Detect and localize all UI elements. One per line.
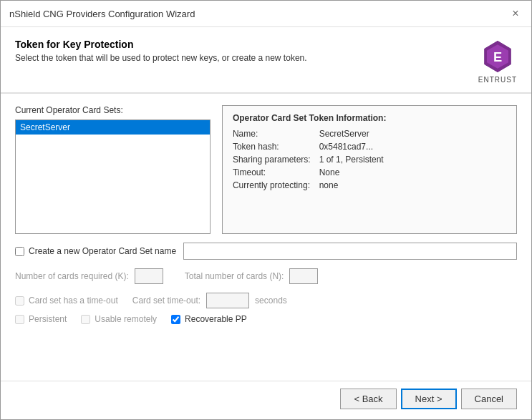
page-subtitle: Select the token that will be used to pr… — [15, 53, 307, 63]
n-item: Total number of cards (N): — [185, 268, 319, 284]
k-input[interactable] — [135, 268, 163, 284]
create-new-input[interactable] — [183, 243, 517, 260]
right-panel: Operator Card Set Token Information: Nam… — [222, 105, 517, 234]
info-value-name: SecretServer — [319, 129, 506, 139]
create-row: Create a new Operator Card Set name — [15, 243, 517, 260]
list-item[interactable]: SecretServer — [16, 120, 210, 135]
svg-text:E: E — [493, 49, 502, 64]
footer: < Back Next > Cancel — [1, 381, 531, 419]
checkbox-options-row: Persistent Usable remotely Recoverable P… — [15, 314, 517, 324]
usable-remotely-label: Usable remotely — [95, 314, 157, 324]
info-value-sharing: 1 of 1, Persistent — [319, 155, 506, 165]
n-label: Total number of cards (N): — [185, 271, 284, 281]
create-new-checkbox[interactable] — [15, 247, 24, 256]
info-label-name: Name: — [233, 129, 311, 139]
next-button[interactable]: Next > — [401, 389, 457, 409]
recoverable-pp-checkbox[interactable] — [171, 315, 180, 324]
recoverable-pp-item: Recoverable PP — [171, 314, 247, 324]
info-value-protecting: none — [319, 180, 506, 190]
info-label-timeout: Timeout: — [233, 167, 311, 177]
recoverable-pp-label: Recoverable PP — [185, 314, 247, 324]
listbox-label: Current Operator Card Sets: — [15, 105, 211, 115]
window-title: nShield CNG Providers Configuration Wiza… — [9, 9, 195, 19]
close-button[interactable]: × — [508, 6, 523, 21]
usable-remotely-checkbox[interactable] — [81, 315, 90, 324]
main-window: nShield CNG Providers Configuration Wiza… — [0, 0, 532, 420]
info-label-hash: Token hash: — [233, 142, 311, 152]
logo-label: ENTRUST — [478, 76, 517, 84]
k-label: Number of cards required (K): — [15, 271, 129, 281]
top-panels: Current Operator Card Sets: SecretServer… — [15, 105, 517, 234]
persistent-item: Persistent — [15, 314, 67, 324]
persistent-checkbox[interactable] — [15, 315, 24, 324]
title-bar: nShield CNG Providers Configuration Wiza… — [1, 1, 531, 27]
persistent-label: Persistent — [29, 314, 67, 324]
n-input[interactable] — [289, 268, 318, 284]
left-panel: Current Operator Card Sets: SecretServer — [15, 105, 211, 234]
timeout-options-row: Card set has a time-out Card set time-ou… — [15, 293, 517, 308]
operator-card-listbox[interactable]: SecretServer — [15, 119, 211, 234]
create-new-label: Create a new Operator Card Set name — [29, 246, 176, 256]
usable-remotely-item: Usable remotely — [81, 314, 157, 324]
timeout-unit: seconds — [255, 296, 287, 306]
cancel-button[interactable]: Cancel — [461, 389, 517, 409]
logo-area: E ENTRUST — [478, 39, 517, 84]
right-panel-title: Operator Card Set Token Information: — [233, 113, 506, 123]
timeout-checkbox[interactable] — [15, 296, 24, 306]
header-section: Token for Key Protection Select the toke… — [1, 27, 531, 94]
number-row: Number of cards required (K): Total numb… — [15, 268, 517, 284]
create-checkbox-item: Create a new Operator Card Set name — [15, 246, 176, 256]
header-text: Token for Key Protection Select the toke… — [15, 39, 307, 63]
info-label-protecting: Currently protecting: — [233, 180, 311, 190]
info-label-sharing: Sharing parameters: — [233, 155, 311, 165]
info-value-hash: 0x5481cad7... — [319, 142, 506, 152]
timeout-field-row: Card set time-out: seconds — [132, 293, 287, 308]
timeout-field-label: Card set time-out: — [132, 296, 200, 306]
content-area: Current Operator Card Sets: SecretServer… — [1, 94, 531, 381]
options-section: Card set has a time-out Card set time-ou… — [15, 293, 517, 324]
entrust-logo: E — [480, 39, 516, 74]
info-value-timeout: None — [319, 167, 506, 177]
page-title: Token for Key Protection — [15, 39, 307, 50]
info-table: Name: SecretServer Token hash: 0x5481cad… — [233, 129, 506, 190]
k-item: Number of cards required (K): — [15, 268, 163, 284]
timeout-checkbox-item: Card set has a time-out — [15, 296, 118, 306]
timeout-value-input[interactable] — [206, 293, 249, 308]
back-button[interactable]: < Back — [340, 389, 396, 409]
timeout-checkbox-label: Card set has a time-out — [29, 296, 118, 306]
